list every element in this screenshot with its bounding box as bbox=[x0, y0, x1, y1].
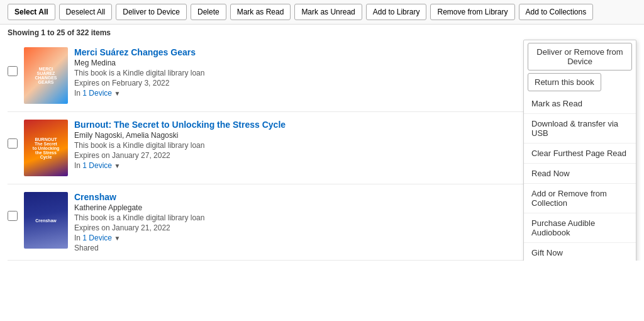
dropdown-clear-page[interactable]: Clear Furthest Page Read bbox=[524, 144, 636, 164]
add-to-collections-button[interactable]: Add to Collections bbox=[519, 4, 594, 20]
deselect-all-button[interactable]: Deselect All bbox=[59, 4, 113, 20]
showing-count: Showing 1 to 25 of 322 items bbox=[0, 25, 644, 40]
dropdown-mark-read[interactable]: Mark as Read bbox=[524, 94, 636, 114]
mark-as-unread-button[interactable]: Mark as Unread bbox=[294, 4, 362, 20]
book-checkbox-burnout[interactable] bbox=[8, 138, 18, 149]
deliver-to-device-button[interactable]: Deliver to Device bbox=[116, 4, 187, 20]
book-checkbox-crenshaw[interactable] bbox=[8, 211, 18, 221]
book-cover-burnout: BURNOUTThe Secretto Unlockingthe StressC… bbox=[24, 120, 68, 176]
device-arrow-burnout: ▼ bbox=[114, 162, 120, 169]
dropdown-return-book[interactable]: Return this book bbox=[528, 73, 601, 91]
book-title-merci[interactable]: Merci Suárez Changes Gears bbox=[74, 47, 196, 57]
delete-button[interactable]: Delete bbox=[191, 4, 226, 20]
device-link-crenshaw[interactable]: 1 Device bbox=[82, 234, 112, 242]
action-dropdown: Deliver or Remove from DeviceReturn this… bbox=[523, 40, 636, 261]
select-all-button[interactable]: Select All bbox=[8, 4, 55, 20]
dropdown-download-usb[interactable]: Download & transfer via USB bbox=[524, 114, 636, 144]
dropdown-read-now[interactable]: Read Now bbox=[524, 164, 636, 184]
book-title-burnout[interactable]: Burnout: The Secret to Unlocking the Str… bbox=[74, 120, 286, 130]
book-cover-crenshaw: Crenshaw bbox=[24, 192, 68, 249]
book-cover-merci: MERCISUÁREZCHANGESGEARS bbox=[24, 47, 68, 104]
book-checkbox-merci[interactable] bbox=[8, 66, 18, 76]
device-arrow-merci: ▼ bbox=[114, 90, 120, 97]
remove-from-library-button[interactable]: Remove from Library bbox=[430, 4, 514, 20]
device-arrow-crenshaw: ▼ bbox=[114, 235, 120, 242]
toolbar: Select AllDeselect AllDeliver to DeviceD… bbox=[0, 0, 644, 25]
device-link-burnout[interactable]: 1 Device bbox=[82, 161, 112, 170]
dropdown-add-remove-collection[interactable]: Add or Remove from Collection bbox=[524, 184, 636, 213]
device-link-merci[interactable]: 1 Device bbox=[82, 89, 112, 98]
book-title-crenshaw[interactable]: Crenshaw bbox=[74, 192, 116, 202]
dropdown-purchase-audiobook[interactable]: Purchase Audible Audiobook bbox=[524, 213, 636, 243]
dropdown-gift-now[interactable]: Gift Now bbox=[524, 243, 636, 261]
dropdown-deliver-remove[interactable]: Deliver or Remove from Device bbox=[528, 43, 632, 70]
mark-as-read-button[interactable]: Mark as Read bbox=[230, 4, 291, 20]
add-to-library-button[interactable]: Add to Library bbox=[366, 4, 427, 20]
